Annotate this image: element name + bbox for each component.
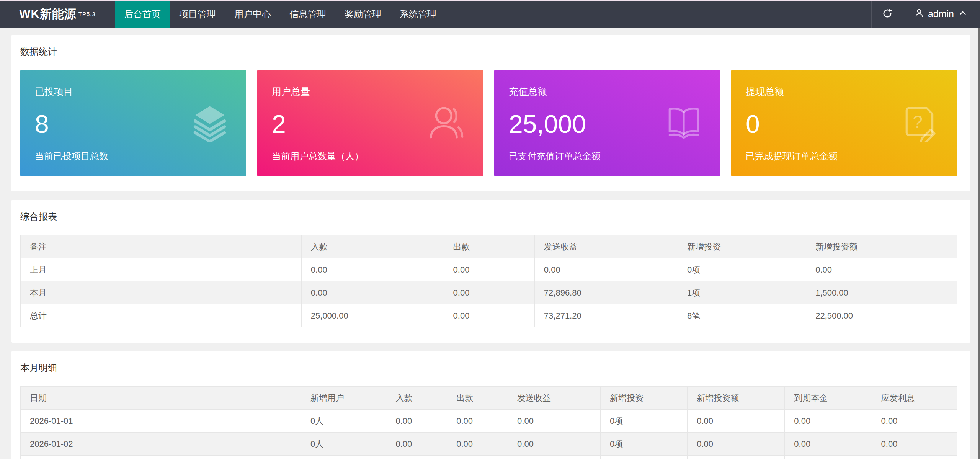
table-row: 本月0.000.0072,896.801项1,500.00	[21, 281, 957, 304]
stat-card-title: 用户总量	[272, 85, 468, 98]
stat-card-title: 充值总额	[509, 85, 705, 98]
user-icon	[914, 8, 924, 20]
nav-item-1[interactable]: 项目管理	[170, 0, 225, 28]
column-header: 入款	[301, 235, 444, 258]
table-cell: 8笔	[678, 304, 806, 327]
section-title: 综合报表	[20, 211, 957, 223]
section-summary-report: 综合报表 备注入款出款发送收益新增投资新增投资额上月0.000.000.000项…	[11, 200, 970, 343]
table-cell: 22,500.00	[806, 304, 957, 327]
table-cell	[785, 456, 872, 459]
column-header: 新增投资额	[688, 387, 785, 410]
column-header: 到期本金	[785, 387, 872, 410]
table-cell: 上月	[21, 258, 302, 281]
table-cell: 73,271.20	[534, 304, 678, 327]
table-cell: 0.00	[447, 433, 508, 456]
column-header: 发送收益	[508, 387, 601, 410]
table-cell: 0人	[301, 433, 386, 456]
section-data-statistics: 数据统计 已投项目8当前已投项目总数用户总量2当前用户总数量（人）充值总额25,…	[11, 35, 970, 191]
column-header: 新增用户	[301, 387, 386, 410]
section-title: 本月明细	[20, 362, 957, 374]
stat-card-3: 提现总额0已完成提现订单总金额?	[731, 70, 957, 176]
stat-card-caption: 当前用户总数量（人）	[272, 150, 468, 162]
table-cell	[688, 456, 785, 459]
column-header: 入款	[386, 387, 447, 410]
stat-cards: 已投项目8当前已投项目总数用户总量2当前用户总数量（人）充值总额25,000已支…	[20, 70, 957, 176]
table-cell	[447, 456, 508, 459]
main-content: 数据统计 已投项目8当前已投项目总数用户总量2当前用户总数量（人）充值总额25,…	[0, 28, 980, 459]
table-cell: 本月	[21, 281, 302, 304]
document-question-icon: ?	[902, 105, 939, 142]
column-header: 新增投资	[678, 235, 806, 258]
table-cell: 0.00	[444, 281, 534, 304]
column-header: 新增投资	[600, 387, 687, 410]
table-cell: 0人	[301, 410, 386, 433]
column-header: 日期	[21, 387, 301, 410]
nav-item-2[interactable]: 用户中心	[225, 0, 280, 28]
book-icon	[665, 105, 702, 142]
nav-item-5[interactable]: 系统管理	[390, 0, 446, 28]
nav-item-4[interactable]: 奖励管理	[335, 0, 390, 28]
chevron-up-icon	[958, 8, 968, 20]
stat-card-1: 用户总量2当前用户总数量（人）	[257, 70, 483, 176]
app-logo-version: TP5.3	[78, 11, 96, 17]
summary-report-table: 备注入款出款发送收益新增投资新增投资额上月0.000.000.000项0.00本…	[20, 235, 957, 327]
table-cell: 25,000.00	[301, 304, 444, 327]
table-cell: 0.00	[688, 433, 785, 456]
column-header: 出款	[447, 387, 508, 410]
user-name: admin	[928, 8, 954, 20]
vertical-scrollbar[interactable]	[978, 28, 980, 459]
table-cell	[872, 456, 957, 459]
svg-text:?: ?	[913, 112, 923, 132]
column-header: 新增投资额	[806, 235, 957, 258]
stat-card-caption: 已支付充值订单总金额	[509, 150, 705, 162]
table-cell: 0.00	[806, 258, 957, 281]
table-cell: 0项	[600, 410, 687, 433]
app-logo: WK新能源TP5.3	[0, 0, 115, 28]
table-cell: 2026-01-01	[21, 410, 301, 433]
month-detail-table: 日期新增用户入款出款发送收益新增投资新增投资额到期本金应发利息2026-01-0…	[20, 386, 957, 459]
refresh-icon	[882, 8, 893, 21]
section-month-detail: 本月明细 日期新增用户入款出款发送收益新增投资新增投资额到期本金应发利息2026…	[11, 351, 970, 459]
table-cell: 0项	[600, 433, 687, 456]
table-cell: 0.00	[785, 410, 872, 433]
table-cell: 72,896.80	[534, 281, 678, 304]
column-header: 出款	[444, 235, 534, 258]
table-cell	[600, 456, 687, 459]
table-header-row: 备注入款出款发送收益新增投资新增投资额	[21, 235, 957, 258]
stat-card-2: 充值总额25,000已支付充值订单总金额	[494, 70, 720, 176]
users-icon	[428, 105, 466, 142]
nav-item-0[interactable]: 后台首页	[115, 0, 170, 28]
table-row: 上月0.000.000.000项0.00	[21, 258, 957, 281]
table-row: 总计25,000.000.0073,271.208笔22,500.00	[21, 304, 957, 327]
table-cell: 0.00	[301, 258, 444, 281]
column-header: 备注	[21, 235, 302, 258]
table-row-partial	[21, 456, 957, 459]
table-row: 2026-01-010人0.000.000.000项0.000.000.00	[21, 410, 957, 433]
stat-card-caption: 当前已投项目总数	[35, 150, 231, 162]
table-cell: 0.00	[444, 258, 534, 281]
navbar: WK新能源TP5.3 后台首页项目管理用户中心信息管理奖励管理系统管理 admi…	[0, 0, 980, 28]
table-row: 2026-01-020人0.000.000.000项0.000.000.00	[21, 433, 957, 456]
table-cell	[21, 456, 301, 459]
table-cell	[508, 456, 601, 459]
stat-card-0: 已投项目8当前已投项目总数	[20, 70, 246, 176]
table-cell: 0.00	[444, 304, 534, 327]
nav-item-3[interactable]: 信息管理	[280, 0, 335, 28]
stat-card-caption: 已完成提现订单总金额	[746, 150, 942, 162]
stat-card-title: 已投项目	[35, 85, 231, 98]
nav-spacer	[446, 0, 871, 28]
table-cell: 0.00	[872, 410, 957, 433]
table-cell: 0项	[678, 258, 806, 281]
column-header: 发送收益	[534, 235, 678, 258]
table-header-row: 日期新增用户入款出款发送收益新增投资新增投资额到期本金应发利息	[21, 387, 957, 410]
table-cell: 0.00	[872, 433, 957, 456]
table-cell: 0.00	[688, 410, 785, 433]
table-cell: 0.00	[785, 433, 872, 456]
table-cell: 0.00	[534, 258, 678, 281]
table-cell: 0.00	[301, 281, 444, 304]
refresh-button[interactable]	[871, 0, 903, 28]
layers-icon	[191, 105, 229, 142]
top-progress-strip	[0, 0, 980, 1]
user-menu[interactable]: admin	[903, 0, 980, 28]
table-cell: 1项	[678, 281, 806, 304]
